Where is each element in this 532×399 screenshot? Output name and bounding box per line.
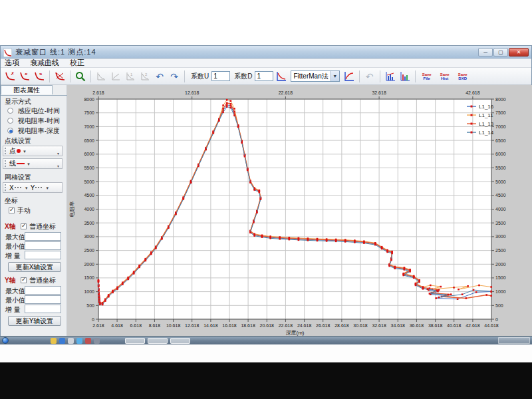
- y-max-input[interactable]: [25, 286, 61, 295]
- x-max-input[interactable]: [25, 232, 61, 241]
- save-button-2[interactable]: Save Hist: [437, 70, 453, 83]
- combobox-dropdown-icon[interactable]: ▼: [331, 71, 339, 81]
- decay-edit-icon-1[interactable]: ✗: [3, 70, 17, 83]
- chevron-down-icon[interactable]: ▼: [27, 162, 31, 166]
- svg-text:22.618: 22.618: [279, 90, 293, 95]
- point-style-strip[interactable]: 点 ▼ ▾: [3, 146, 63, 156]
- taskbar-window-button-3[interactable]: [170, 338, 190, 344]
- taskbar-icon-app1[interactable]: [59, 338, 65, 344]
- series-L1_14-marker: [253, 189, 255, 191]
- x-min-input[interactable]: [25, 241, 61, 250]
- decay-delete-icon[interactable]: [53, 70, 66, 83]
- radio-label: 视电阻率-时间: [18, 117, 60, 124]
- radio-icon[interactable]: [7, 118, 13, 124]
- histogram-icon-1[interactable]: [384, 70, 397, 83]
- series-L1_13-marker: [438, 289, 440, 291]
- radio-icon[interactable]: [7, 128, 13, 134]
- x-normal-coord-checkbox[interactable]: [21, 223, 27, 229]
- grid-style-strip[interactable]: X ▼ Y ▼: [3, 182, 63, 193]
- series-L1_14-marker: [247, 170, 249, 172]
- line-color-swatch[interactable]: [17, 163, 25, 164]
- update-y-axis-button[interactable]: 更新Y轴设置: [8, 316, 61, 326]
- undo-icon[interactable]: ↶: [153, 70, 166, 83]
- y-normal-coord-row[interactable]: 普通坐标: [21, 276, 56, 285]
- tab-chart-properties[interactable]: 图表属性: [1, 85, 53, 94]
- x-inc-input[interactable]: [25, 251, 61, 259]
- update-x-axis-button[interactable]: 更新X轴设置: [8, 262, 61, 272]
- taskbar-window-button-1[interactable]: [125, 338, 145, 344]
- taskbar-icon-folder[interactable]: [51, 338, 57, 344]
- menu-item-1[interactable]: 衰减曲线: [30, 58, 59, 68]
- svg-text:3500: 3500: [84, 221, 94, 225]
- series-L1_16-marker: [475, 291, 477, 293]
- legend-label-L1_14: L1_14: [479, 130, 494, 136]
- chart-tool-icon-disabled-4[interactable]: 2: [138, 70, 152, 83]
- chart-tool-icon-disabled-2[interactable]: [109, 70, 122, 83]
- series-L1_13-marker: [485, 294, 487, 296]
- decay-edit-icon-3[interactable]: »: [33, 70, 46, 83]
- start-button[interactable]: [2, 337, 9, 344]
- svg-text:1000: 1000: [84, 289, 94, 294]
- grid-x-label: X: [9, 184, 14, 192]
- grid-settings-label: 网格设置: [5, 173, 31, 182]
- maximize-button[interactable]: ▢: [493, 48, 508, 57]
- overflow-chevron-icon[interactable]: ▾: [56, 159, 61, 168]
- save-button-1[interactable]: Save File: [419, 70, 435, 83]
- point-color-swatch[interactable]: [17, 149, 21, 153]
- coef-d-input[interactable]: [255, 71, 273, 81]
- series-L1_14-marker: [354, 241, 356, 243]
- grid-y-style-swatch[interactable]: [35, 187, 43, 188]
- svg-text:电阻率: 电阻率: [69, 201, 75, 217]
- fit-method-combobox[interactable]: FitterMan法 ▼: [291, 70, 339, 82]
- radio-icon[interactable]: [7, 108, 13, 114]
- manual-checkbox[interactable]: [9, 207, 15, 213]
- minimize-button[interactable]: ─: [478, 48, 493, 57]
- series-L1_14-marker: [98, 281, 100, 283]
- taskbar-window-button-2[interactable]: [148, 338, 168, 344]
- chevron-down-icon[interactable]: ▼: [45, 186, 49, 190]
- menu-item-2[interactable]: 校正: [70, 58, 84, 68]
- svg-text:10.618: 10.618: [166, 323, 181, 328]
- save-button-3[interactable]: Save DXD: [455, 70, 471, 83]
- redo-icon[interactable]: ↷: [168, 70, 181, 83]
- radio-option-1[interactable]: 视电阻率-时间: [7, 116, 60, 126]
- zoom-magnifier-icon[interactable]: [74, 70, 87, 83]
- overflow-chevron-icon[interactable]: ▾: [56, 146, 61, 156]
- svg-text:6500: 6500: [495, 138, 506, 143]
- series-L1_14-marker: [253, 221, 255, 223]
- series-L1_13-marker: [233, 111, 235, 113]
- taskbar-icon-app4[interactable]: [85, 338, 91, 344]
- taskbar-icon-app3[interactable]: [76, 338, 82, 344]
- svg-text:«: «: [25, 71, 28, 77]
- histogram-icon-2[interactable]: [398, 70, 412, 83]
- radio-option-2[interactable]: 视电阻率-深度: [7, 126, 60, 136]
- y-min-input[interactable]: [25, 295, 61, 304]
- y-normal-coord-checkbox[interactable]: [21, 277, 27, 283]
- radio-option-0[interactable]: 感应电位-时间: [7, 106, 60, 116]
- close-button[interactable]: ✕: [509, 48, 529, 57]
- menu-item-0[interactable]: 选项: [5, 58, 19, 68]
- undo-icon-disabled[interactable]: ↶: [363, 70, 376, 83]
- chart-tool-icon-disabled-1[interactable]: [94, 70, 108, 83]
- line-style-strip[interactable]: 线 ▼ ▾: [3, 158, 63, 169]
- fit-curve-icon-2[interactable]: [342, 70, 356, 83]
- chart-tool-icon-disabled-3[interactable]: 1: [124, 70, 137, 83]
- series-L1_13-marker: [429, 287, 431, 289]
- svg-text:4500: 4500: [495, 193, 506, 198]
- coef-u-input[interactable]: [211, 71, 230, 81]
- svg-text:7000: 7000: [495, 124, 506, 129]
- y-inc-input[interactable]: [25, 305, 61, 313]
- taskbar-icon-app5[interactable]: [94, 338, 100, 344]
- x-normal-coord-row[interactable]: 普通坐标: [21, 222, 56, 231]
- series-L1_11-marker: [490, 286, 492, 288]
- svg-text:5500: 5500: [495, 166, 506, 170]
- svg-text:3000: 3000: [495, 234, 506, 239]
- window-controls: ─ ▢ ✕: [478, 48, 529, 57]
- chevron-down-icon[interactable]: ▼: [23, 150, 27, 154]
- chevron-down-icon[interactable]: ▼: [25, 186, 29, 190]
- taskbar-icon-app2[interactable]: [68, 338, 74, 344]
- decay-edit-icon-2[interactable]: «: [18, 70, 31, 83]
- fit-curve-icon-1[interactable]: [275, 70, 288, 83]
- grid-x-style-swatch[interactable]: [15, 187, 23, 188]
- manual-checkbox-row[interactable]: 手动: [9, 206, 31, 215]
